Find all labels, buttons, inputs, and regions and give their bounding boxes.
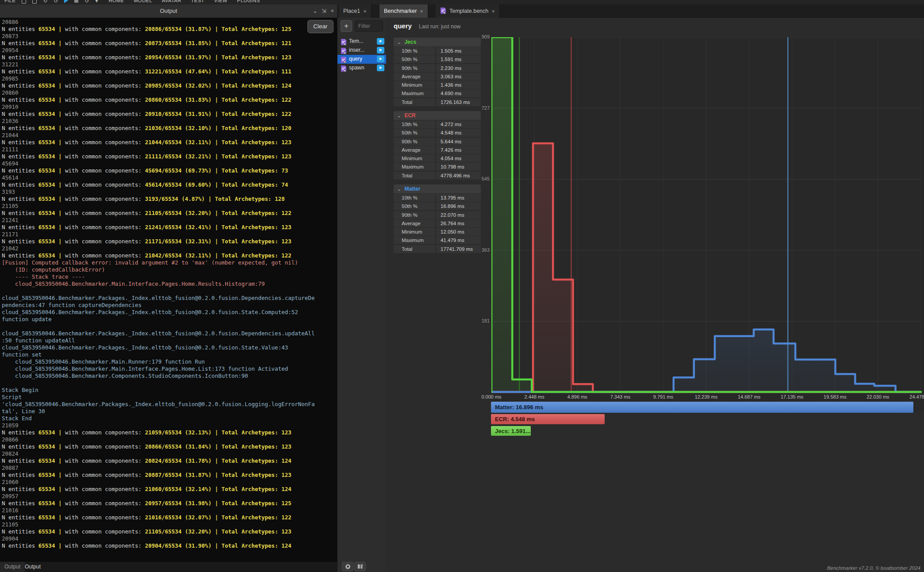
- reset-icon[interactable]: ↺: [84, 0, 89, 3]
- settings-button[interactable]: [342, 562, 353, 571]
- histogram-chart: [491, 37, 924, 396]
- menu-avatar[interactable]: AVATAR: [162, 0, 181, 3]
- log-entity-count: 20957: [2, 493, 314, 500]
- gear-icon: [345, 563, 351, 570]
- chevron-down-icon: ⌄: [397, 40, 401, 45]
- sidebar-item-Tem[interactable]: Tem...: [337, 37, 387, 46]
- stat-value: 10.798 ms: [436, 163, 481, 171]
- stats-section-matter: ⌄Matter10th %13.795 ms50th %16.896 ms90t…: [394, 184, 481, 253]
- run-benchmark-button[interactable]: [377, 56, 384, 62]
- log-stack-line: Script: [2, 394, 314, 401]
- log-error-line: cloud_5853950046.Benchmarker.Main.Interf…: [2, 280, 314, 288]
- x-axis-tick-label: 12.239 ms: [686, 394, 726, 399]
- log-line: N entities 65534 | with common component…: [2, 196, 314, 203]
- log-line: N entities 65534 | with common component…: [2, 139, 314, 146]
- sidebar-item-inser[interactable]: inser...: [337, 46, 387, 55]
- output-panel-header: Output ⌄ ⇲ ×: [0, 4, 337, 18]
- stats-section-header[interactable]: ⌄ECR: [394, 111, 481, 120]
- tab-benchmarker[interactable]: Benchmarker×: [380, 4, 428, 18]
- benchmarker-panel: query Last run: just now ⌄Jecs10th %1.50…: [386, 18, 924, 572]
- log-entity-count: 21241: [2, 217, 314, 224]
- stat-row: Average7.426 ms: [394, 146, 481, 154]
- x-axis-tick-label: 7.343 ms: [600, 394, 640, 399]
- run-benchmark-button[interactable]: [377, 47, 384, 54]
- stat-row: 90th %5.644 ms: [394, 138, 481, 146]
- last-run-label: Last run: just now: [419, 23, 460, 30]
- play-icon[interactable]: [64, 0, 68, 3]
- menu-view[interactable]: VIEW: [214, 0, 227, 3]
- x-axis-tick-label: 4.896 ms: [557, 394, 597, 399]
- run-benchmark-button[interactable]: [377, 38, 384, 45]
- chevron-down-icon[interactable]: ⌄: [313, 8, 318, 14]
- open-file-icon[interactable]: [32, 0, 37, 4]
- log-entity-count: 21044: [2, 132, 314, 139]
- stop-icon[interactable]: [74, 0, 78, 3]
- x-axis-tick-label: 19.583 ms: [815, 394, 855, 399]
- log-line: N entities 65534 | with common component…: [2, 181, 314, 188]
- plugin-version-label: Benchmarker v7.2.0, © boatbomber 2024: [827, 565, 920, 571]
- file-menu[interactable]: FILE: [4, 0, 15, 3]
- log-entity-count: 20985: [2, 75, 314, 82]
- tab-close-icon[interactable]: ×: [363, 8, 367, 15]
- undo-icon[interactable]: ↺: [54, 0, 58, 3]
- new-file-icon[interactable]: [22, 0, 26, 4]
- sidebar-item-spawn[interactable]: spawn: [337, 64, 387, 73]
- log-entity-count: 21105: [2, 521, 314, 528]
- script-icon: [341, 47, 347, 54]
- stat-row: 10th %1.505 ms: [394, 47, 481, 55]
- log-entity-count: 20904: [2, 535, 314, 542]
- log-error-line: ---- Stack trace ----: [2, 273, 314, 280]
- y-axis-tick-label: 545: [474, 176, 490, 181]
- add-benchmark-button[interactable]: +: [341, 20, 352, 32]
- menu-test[interactable]: TEST: [191, 0, 204, 3]
- stat-value: 12.050 ms: [436, 228, 481, 236]
- log-line: N entities 65534 | with common component…: [2, 26, 314, 33]
- menu-home[interactable]: HOME: [108, 0, 124, 3]
- tab-template-bench[interactable]: Template.bench×: [436, 4, 500, 18]
- log-stack-line: function update: [2, 316, 314, 323]
- redo-icon[interactable]: ↻: [43, 0, 47, 3]
- log-entity-count: 21060: [2, 479, 314, 486]
- menu-model[interactable]: MODEL: [134, 0, 152, 3]
- tab-close-icon[interactable]: ×: [420, 8, 423, 15]
- log-entity-count: 3193: [2, 188, 314, 196]
- filter-input[interactable]: [355, 20, 383, 32]
- popout-icon[interactable]: ⇲: [322, 8, 326, 14]
- log-entity-count: 21016: [2, 507, 314, 514]
- x-axis-tick-label: 9.791 ms: [643, 394, 683, 399]
- run-benchmark-button[interactable]: [377, 65, 384, 71]
- log-entity-count: 21036: [2, 118, 314, 125]
- tab-close-icon[interactable]: ×: [491, 8, 495, 15]
- log-entity-count: 20824: [2, 450, 314, 457]
- log-line: N entities 65534 | with common component…: [2, 500, 314, 507]
- bottom-tab-output-1[interactable]: Output: [20, 562, 45, 572]
- stats-section-header[interactable]: ⌄Matter: [394, 184, 481, 193]
- y-axis-tick-label: 363: [474, 247, 490, 253]
- clear-output-button[interactable]: Clear: [307, 20, 334, 33]
- stat-row: Total4778.496 ms: [394, 172, 481, 180]
- log-entity-count: 20886: [2, 19, 314, 26]
- log-stack-line: Stack End: [2, 415, 314, 422]
- sidebar-item-query[interactable]: query: [337, 55, 387, 64]
- stat-row: 50th %16.896 ms: [394, 202, 481, 210]
- log-line: N entities 65534 | with common component…: [2, 153, 314, 160]
- log-stack-line: cloud_5853950046.Benchmarker.Main.Runner…: [2, 358, 314, 365]
- dropdown-caret-icon[interactable]: ▾: [95, 0, 98, 3]
- stat-label: Maximum: [394, 163, 435, 171]
- stat-label: Minimum: [394, 154, 435, 162]
- log-line: N entities 65534 | with common component…: [2, 429, 314, 436]
- stat-value: 5.644 ms: [436, 138, 481, 146]
- log-entity-count: 20910: [2, 104, 314, 111]
- changelog-button[interactable]: [354, 562, 366, 571]
- log-error-line: (ID: computedCallbackError): [2, 266, 314, 273]
- stat-row: Maximum4.690 ms: [394, 89, 481, 97]
- stat-value: 4.054 ms: [436, 154, 481, 162]
- close-icon[interactable]: ×: [330, 8, 334, 14]
- tab-place1[interactable]: Place1×: [339, 4, 372, 18]
- stats-section-header[interactable]: ⌄Jecs: [394, 38, 481, 46]
- log-stack-line: Stack Begin: [2, 387, 314, 394]
- tab-label: Template.bench: [449, 8, 488, 14]
- menu-plugins[interactable]: PLUGINS: [237, 0, 260, 3]
- stat-label: Total: [394, 245, 435, 253]
- stat-row: 90th %22.070 ms: [394, 211, 481, 219]
